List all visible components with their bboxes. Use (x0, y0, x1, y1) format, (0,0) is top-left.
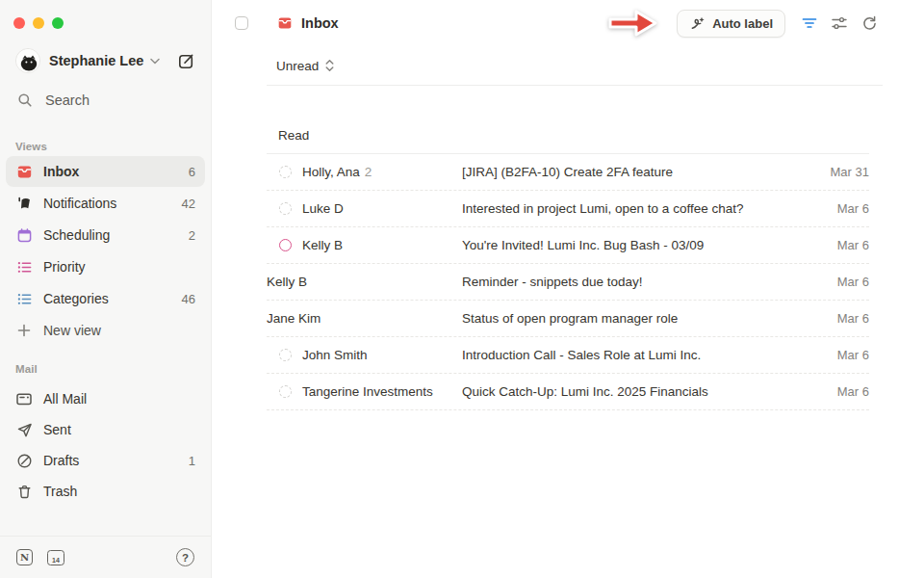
sidebar-item-categories[interactable]: Categories 46 (6, 283, 205, 314)
help-icon[interactable]: ? (176, 548, 194, 566)
sidebar-item-trash[interactable]: Trash (6, 476, 205, 507)
email-date: Mar 6 (837, 238, 869, 252)
search-icon (17, 92, 33, 108)
notion-logo-icon[interactable]: N (16, 549, 33, 565)
email-subject: Introduction Call - Sales Role at Lumi I… (462, 348, 837, 362)
sidebar-item-drafts[interactable]: Drafts 1 (6, 445, 205, 476)
annotation-arrow-icon (604, 7, 660, 39)
sender-name: Tangerine Investments (302, 384, 433, 399)
email-row[interactable]: Kelly B Reminder - snippets due today! M… (267, 264, 869, 301)
sender-name: John Smith (302, 348, 368, 362)
trash-icon (15, 483, 33, 500)
priority-list-icon (15, 258, 33, 276)
sidebar-item-sent[interactable]: Sent (6, 414, 205, 445)
auto-label-button[interactable]: Auto label (677, 10, 785, 38)
dashed-avatar-placeholder (279, 166, 292, 178)
dashed-avatar-placeholder (279, 349, 292, 361)
email-subject: [JIRA] (B2FA-10) Create 2FA feature (462, 165, 831, 179)
unread-count: 6 (189, 165, 195, 179)
chevron-down-icon (150, 58, 160, 65)
sidebar-item-label: Drafts (43, 453, 79, 468)
profile-name: Stephanie Lee (49, 53, 143, 68)
sender-name: Luke D (302, 201, 344, 216)
sidebar-item-label: Trash (43, 484, 77, 499)
email-row[interactable]: Luke D Interested in project Lumi, open … (267, 191, 869, 227)
mail-nav: All Mail Sent Drafts 1 (0, 383, 211, 507)
close-window-button[interactable] (13, 17, 25, 29)
email-row[interactable]: Kelly B You're Invited! Lumi Inc. Bug Ba… (267, 227, 869, 264)
calendar-icon (15, 226, 33, 244)
send-icon (15, 421, 33, 438)
sidebar-item-label: All Mail (43, 391, 87, 407)
views-section-label: Views (0, 141, 211, 152)
sidebar-item-priority[interactable]: Priority (6, 251, 205, 282)
email-row[interactable]: John Smith Introduction Call - Sales Rol… (267, 337, 869, 374)
sidebar-item-label: Inbox (43, 164, 79, 179)
email-subject: Quick Catch-Up: Lumi Inc. 2025 Financial… (462, 384, 837, 399)
sidebar-item-scheduling[interactable]: Scheduling 2 (6, 220, 205, 250)
sidebar: Stephanie Lee Search Views (0, 0, 212, 578)
sidebar-item-label: Priority (43, 259, 86, 275)
minimize-window-button[interactable] (33, 17, 44, 29)
email-list: Holly, Ana 2 [JIRA] (B2FA-10) Create 2FA… (267, 154, 869, 410)
unread-count: 42 (182, 197, 195, 211)
account-switcher[interactable]: Stephanie Lee (0, 47, 211, 74)
sidebar-item-label: Scheduling (43, 227, 110, 243)
search-input[interactable]: Search (0, 89, 211, 112)
compose-icon[interactable] (177, 52, 195, 70)
sender-name: Kelly B (267, 275, 307, 289)
unread-count: 2 (189, 228, 195, 243)
notion-calendar-icon[interactable]: 14 (47, 550, 64, 565)
divider (267, 85, 883, 86)
select-all-checkbox[interactable] (235, 16, 248, 30)
list-header: Inbox Auto label (212, 0, 924, 46)
sidebar-item-label: Sent (43, 422, 71, 437)
sort-updown-icon (324, 59, 335, 72)
email-row[interactable]: Tangerine Investments Quick Catch-Up: Lu… (267, 374, 869, 410)
plus-icon (15, 322, 33, 339)
filter-icon[interactable] (801, 14, 818, 32)
sliders-icon[interactable] (831, 14, 848, 32)
email-date: Mar 6 (837, 348, 869, 362)
inbox-icon (15, 163, 33, 180)
email-row[interactable]: Holly, Ana 2 [JIRA] (B2FA-10) Create 2FA… (267, 154, 869, 191)
email-subject: Reminder - snippets due today! (462, 275, 837, 289)
email-date: Mar 6 (837, 311, 869, 326)
email-date: Mar 6 (837, 275, 869, 289)
unread-count: 1 (189, 454, 195, 468)
mail-list-pane: Inbox Auto label (212, 0, 924, 578)
sidebar-footer: N 14 ? (0, 536, 211, 578)
page-title: Inbox (301, 15, 339, 31)
zoom-window-button[interactable] (52, 17, 64, 29)
sidebar-item-label: Categories (43, 291, 109, 306)
avatar (15, 48, 40, 73)
sender-name: Jane Kim (267, 311, 321, 326)
sort-label: Unread (276, 59, 319, 73)
email-subject: You're Invited! Lumi Inc. Bug Bash - 03/… (462, 238, 837, 252)
sidebar-item-inbox[interactable]: Inbox 6 (6, 156, 205, 187)
dashed-avatar-placeholder (279, 202, 292, 215)
new-view-button[interactable]: New view (6, 315, 205, 346)
sidebar-item-label: Notifications (43, 196, 116, 211)
thread-count: 2 (365, 165, 372, 179)
inbox-icon (277, 15, 293, 31)
window-controls (0, 0, 211, 29)
categories-list-icon (15, 290, 33, 307)
sidebar-item-notifications[interactable]: Notifications 42 (6, 188, 205, 219)
email-row[interactable]: Jane Kim Status of open program manager … (267, 301, 869, 337)
read-section-label: Read (278, 128, 924, 143)
email-date: Mar 31 (831, 165, 869, 179)
sidebar-item-label: New view (43, 323, 101, 338)
refresh-icon[interactable] (860, 14, 878, 32)
unread-count: 46 (182, 292, 195, 306)
auto-label-sparkle-icon (689, 15, 706, 32)
draft-icon (15, 452, 33, 469)
dashed-avatar-placeholder (279, 385, 292, 398)
views-nav: Inbox 6 Notifications 42 Scheduling (0, 156, 211, 346)
search-placeholder: Search (45, 92, 90, 108)
sidebar-item-all-mail[interactable]: All Mail (6, 383, 205, 414)
sender-name: Kelly B (302, 238, 343, 252)
email-subject: Interested in project Lumi, open to a co… (462, 201, 837, 216)
auto-label-button-label: Auto label (712, 16, 773, 31)
unread-sort-control[interactable]: Unread (276, 59, 335, 73)
